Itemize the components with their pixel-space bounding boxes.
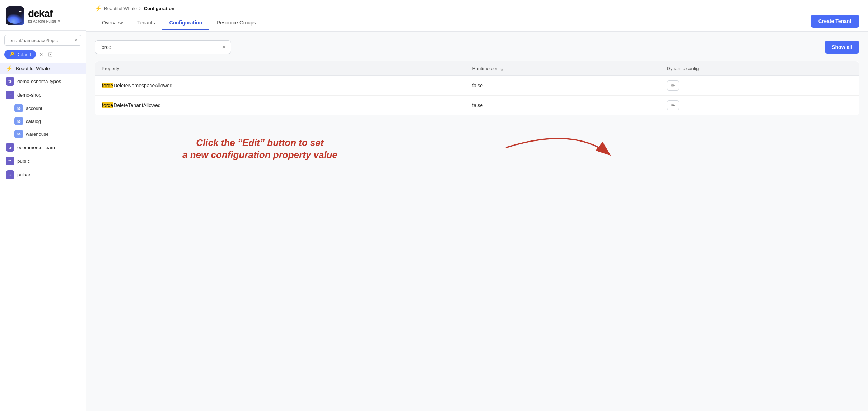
create-tenant-button[interactable]: Create Tenant bbox=[811, 15, 859, 28]
label-public: public bbox=[17, 158, 30, 164]
expand-icon-btn[interactable]: ⊡ bbox=[47, 50, 54, 59]
annotation-text: Click the “Edit” button to set a new con… bbox=[167, 137, 353, 161]
config-table: Property Runtime config Dynamic config f… bbox=[95, 61, 859, 115]
badge-te-pulsar: te bbox=[6, 170, 14, 179]
tab-configuration[interactable]: Configuration bbox=[162, 16, 209, 30]
breadcrumb-cluster: Beautiful Whale bbox=[104, 6, 137, 11]
tabs-row: Overview Tenants Configuration Resource … bbox=[95, 15, 859, 31]
property-rest-1: DeleteNamespaceAllowed bbox=[113, 83, 172, 88]
edit-button-1[interactable]: ✏ bbox=[667, 80, 679, 91]
annotation-area: Click the “Edit” button to set a new con… bbox=[95, 119, 859, 198]
default-tag-row: 🔑 Default × ⊡ bbox=[4, 50, 81, 59]
badge-te-demo-schema-types: te bbox=[6, 77, 14, 86]
sidebar-search-input[interactable] bbox=[8, 38, 72, 43]
top-bar: ⚡ Beautiful Whale > Configuration Overvi… bbox=[86, 0, 868, 32]
breadcrumb-separator: > bbox=[139, 6, 142, 11]
breadcrumb-current: Configuration bbox=[144, 6, 174, 11]
col-runtime: Runtime config bbox=[466, 61, 660, 76]
property-cell-1: forceDeleteNamespaceAllowed bbox=[95, 76, 466, 96]
sidebar-search-clear-icon[interactable]: × bbox=[74, 37, 78, 43]
logo-area: + dekaf for Apache Pulsar™ bbox=[0, 0, 86, 31]
tab-resource-groups[interactable]: Resource Groups bbox=[209, 16, 263, 30]
badge-te-ecommerce-team: te bbox=[6, 143, 14, 152]
table-row: forceDeleteNamespaceAllowed false ✏ bbox=[95, 76, 859, 96]
badge-ns-catalog: ns bbox=[14, 117, 23, 125]
close-icon-btn[interactable]: × bbox=[38, 51, 44, 59]
runtime-cell-2: false bbox=[466, 96, 660, 115]
breadcrumb: ⚡ Beautiful Whale > Configuration bbox=[95, 0, 859, 12]
config-search-input[interactable] bbox=[100, 44, 219, 50]
search-filter-row: × Show all bbox=[95, 40, 859, 54]
breadcrumb-cluster-icon: ⚡ bbox=[95, 5, 102, 12]
badge-te-demo-shop: te bbox=[6, 91, 14, 99]
sidebar-item-demo-schema-types[interactable]: te demo-schema-types bbox=[0, 74, 86, 88]
key-icon: 🔑 bbox=[9, 52, 14, 57]
badge-te-public: te bbox=[6, 157, 14, 165]
label-warehouse: warehouse bbox=[26, 131, 49, 137]
logo-icon: + bbox=[6, 6, 24, 25]
runtime-cell-1: false bbox=[466, 76, 660, 96]
col-property: Property bbox=[95, 61, 466, 76]
badge-ns-account: ns bbox=[14, 104, 23, 112]
sidebar-item-ecommerce-team[interactable]: te ecommerce-team bbox=[0, 140, 86, 154]
property-highlight-2: force bbox=[102, 102, 113, 108]
annotation-line1: Click the “Edit” button to set bbox=[196, 137, 323, 148]
sidebar-item-cluster[interactable]: ⚡ Beautiful Whale bbox=[0, 63, 86, 74]
sidebar: + dekaf for Apache Pulsar™ × 🔑 Default ×… bbox=[0, 0, 86, 411]
default-button[interactable]: 🔑 Default bbox=[4, 50, 36, 59]
content-area: × Show all Property Runtime config Dynam… bbox=[86, 32, 868, 411]
dynamic-cell-1: ✏ bbox=[661, 76, 859, 96]
sidebar-item-warehouse[interactable]: ns warehouse bbox=[0, 128, 86, 140]
table-header-row: Property Runtime config Dynamic config bbox=[95, 61, 859, 76]
label-account: account bbox=[26, 106, 42, 111]
sidebar-item-pulsar[interactable]: te pulsar bbox=[0, 168, 86, 181]
label-demo-schema-types: demo-schema-types bbox=[17, 79, 61, 84]
main-area: ⚡ Beautiful Whale > Configuration Overvi… bbox=[86, 0, 868, 411]
label-catalog: catalog bbox=[26, 119, 41, 124]
sidebar-item-account[interactable]: ns account bbox=[0, 102, 86, 115]
filter-search-box: × bbox=[95, 40, 231, 54]
nav-section: ⚡ Beautiful Whale te demo-schema-types t… bbox=[0, 63, 86, 184]
col-dynamic: Dynamic config bbox=[661, 61, 859, 76]
label-pulsar: pulsar bbox=[17, 172, 31, 177]
sidebar-item-demo-shop[interactable]: te demo-shop bbox=[0, 88, 86, 102]
edit-button-2[interactable]: ✏ bbox=[667, 100, 679, 110]
tab-tenants[interactable]: Tenants bbox=[130, 16, 162, 30]
app-subtitle: for Apache Pulsar™ bbox=[28, 19, 60, 23]
tabs: Overview Tenants Configuration Resource … bbox=[95, 16, 263, 30]
annotation-line2: a new configuration property value bbox=[182, 149, 337, 160]
sidebar-search[interactable]: × bbox=[4, 35, 81, 46]
sidebar-item-catalog[interactable]: ns catalog bbox=[0, 115, 86, 128]
property-rest-2: DeleteTenantAllowed bbox=[113, 102, 161, 108]
logo-text: dekaf for Apache Pulsar™ bbox=[28, 9, 60, 23]
label-ecommerce-team: ecommerce-team bbox=[17, 145, 55, 150]
tab-overview[interactable]: Overview bbox=[95, 16, 130, 30]
default-label: Default bbox=[16, 52, 31, 57]
logo-plus: + bbox=[19, 9, 22, 14]
annotation-arrow-svg bbox=[95, 119, 859, 198]
dynamic-cell-2: ✏ bbox=[661, 96, 859, 115]
show-all-button[interactable]: Show all bbox=[825, 41, 859, 54]
config-search-clear-button[interactable]: × bbox=[222, 44, 226, 50]
table-row: forceDeleteTenantAllowed false ✏ bbox=[95, 96, 859, 115]
sidebar-item-public[interactable]: te public bbox=[0, 154, 86, 168]
label-demo-shop: demo-shop bbox=[17, 92, 42, 98]
app-name: dekaf bbox=[28, 9, 60, 19]
cluster-icon: ⚡ bbox=[6, 65, 13, 72]
cluster-label: Beautiful Whale bbox=[16, 66, 50, 71]
badge-ns-warehouse: ns bbox=[14, 130, 23, 138]
property-cell-2: forceDeleteTenantAllowed bbox=[95, 96, 466, 115]
property-highlight-1: force bbox=[102, 83, 113, 88]
